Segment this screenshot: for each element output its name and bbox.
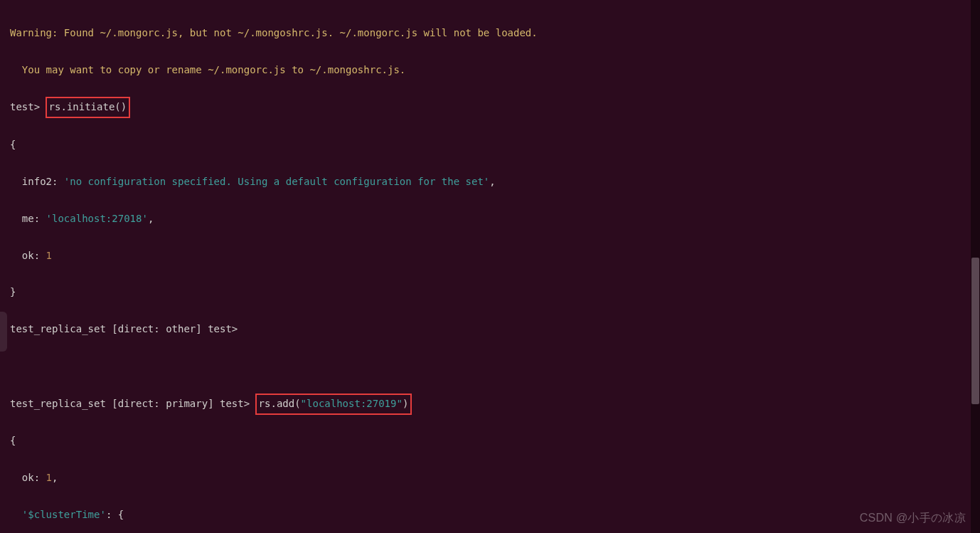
blank-1 xyxy=(10,357,970,376)
warning-line-2: You may want to copy or rename ~/.mongor… xyxy=(10,61,970,80)
terminal-output[interactable]: Warning: Found ~/.mongorc.js, but not ~/… xyxy=(0,0,980,533)
warning-line-1: Warning: Found ~/.mongorc.js, but not ~/… xyxy=(10,24,970,43)
prompt-other: test_replica_set [direct: other] test> xyxy=(10,320,970,339)
result2-open: { xyxy=(10,432,970,450)
result2-clustertime-key: '$clusterTime': { xyxy=(10,506,970,524)
result1-ok: ok: 1 xyxy=(10,247,970,265)
result1-info2: info2: 'no configuration specified. Usin… xyxy=(10,173,970,191)
watermark: CSDN @小手の冰凉 xyxy=(860,507,966,529)
scrollbar-track[interactable] xyxy=(971,0,980,533)
highlight-add-27019: rs.add("localhost:27019") xyxy=(255,394,412,415)
result2-ok: ok: 1, xyxy=(10,469,970,487)
prompt-initiate: test> rs.initiate() xyxy=(10,97,970,117)
result1-open: { xyxy=(10,136,970,154)
result1-close: } xyxy=(10,283,970,302)
prompt-add1: test_replica_set [direct: primary] test>… xyxy=(10,394,970,414)
scrollbar-thumb[interactable] xyxy=(971,258,979,404)
highlight-initiate: rs.initiate() xyxy=(46,97,131,118)
result1-me: me: 'localhost:27018', xyxy=(10,210,970,228)
side-handle[interactable] xyxy=(0,312,7,352)
